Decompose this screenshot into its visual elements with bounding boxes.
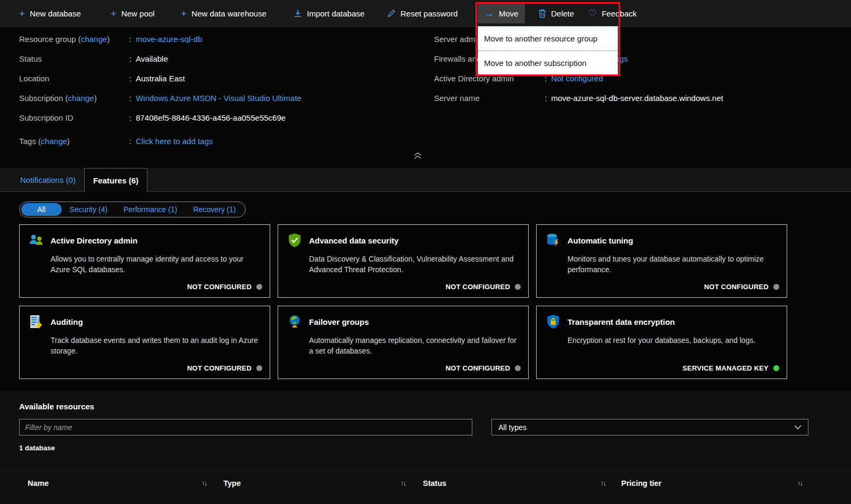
plus-icon: + [19,9,25,19]
database-count: 1 database [19,444,55,452]
available-resources-section: Available resources All types 1 database… [0,391,851,504]
column-header-status[interactable]: Status ↑↓ [423,479,621,488]
property-row-status: Status Available [19,49,429,69]
property-row-server-name: Server name move-azure-sql-db-server.dat… [434,88,851,108]
toolbar-feedback[interactable]: ♡ Feedback [588,0,637,27]
property-label: Subscription ID [19,113,129,122]
feature-cards-grid: Active Directory admin Allows you to cen… [19,224,787,379]
property-row-subscription: Subscription change Windows Azure MSDN -… [19,88,429,108]
filter-pill-performance[interactable]: Performance (1) [115,203,185,216]
card-title: Automatic tuning [568,236,633,245]
property-label: Subscription change [19,94,129,103]
property-row-location: Location Australia East [19,69,429,88]
heart-icon: ♡ [588,9,597,18]
add-tags-link[interactable]: Click here to add tags [136,137,213,146]
column-header-name[interactable]: Name ↑↓ [0,479,223,488]
toolbar-move[interactable]: → Move [478,3,525,23]
column-header-pricing-tier[interactable]: Pricing tier ↑↓ [621,479,851,488]
filter-by-name-input[interactable] [19,419,472,435]
status-dot [515,284,521,290]
toolbar-reset-password[interactable]: Reset password [387,0,458,27]
feature-card-active-directory-admin[interactable]: Active Directory admin Allows you to cen… [19,224,270,298]
property-row-tags: Tags change Click here to add tags [19,131,429,151]
location-value: Australia East [136,74,185,83]
sort-icon: ↑↓ [202,479,207,487]
colon [129,113,131,122]
change-link[interactable]: change [65,94,97,103]
toolbar-label: New pool [121,9,155,18]
column-header-type[interactable]: Type ↑↓ [223,479,423,488]
sort-icon: ↑↓ [600,479,606,487]
card-title: Auditing [51,317,83,326]
colon [129,54,131,63]
sort-icon: ↑↓ [797,479,803,487]
toolbar-new-pool[interactable]: + New pool [111,0,155,27]
property-label: Tags change [19,137,129,146]
colon [129,74,131,83]
card-status-text: NOT CONFIGURED [446,283,510,291]
subscription-id-value: 87408ef5-8846-4336-a456-aa055e55c69e [136,113,286,122]
menu-item-move-subscription[interactable]: Move to another subscription [478,51,618,75]
feature-card-advanced-data-security[interactable]: Advanced data security Data Discovery & … [278,224,529,298]
type-filter-select[interactable]: All types [491,419,808,435]
filter-pill-all[interactable]: All [21,203,62,216]
move-dropdown-menu: Move to another resource group Move to a… [478,26,618,75]
shield-check-icon [287,232,303,248]
status-dot [773,365,779,371]
card-title: Advanced data security [309,236,398,245]
colon [129,35,131,44]
plus-icon: + [181,9,187,19]
card-title: Failover groups [309,317,369,326]
overview-left-column: Resource group change move-azure-sql-db … [19,29,429,151]
card-status-text: NOT CONFIGURED [187,364,252,372]
filter-pill-recovery[interactable]: Recovery (1) [185,203,244,216]
property-label: Resource group change [19,35,129,44]
database-tuning-icon [545,232,561,248]
status-dot [515,365,521,371]
resource-group-link[interactable]: move-azure-sql-db [136,35,202,44]
toolbar-delete[interactable]: Delete [538,0,574,27]
card-description: Monitors and tunes your database automat… [568,254,778,275]
audit-log-icon [28,314,44,330]
tab-notifications[interactable]: Notifications (0) [19,168,84,191]
property-label: Server name [434,94,545,103]
available-resources-heading: Available resources [19,402,94,411]
toolbar-label: Reset password [401,9,458,18]
colon [129,94,131,103]
feature-card-transparent-data-encryption[interactable]: Transparent data encryption Encryption a… [536,306,787,379]
server-name-value: move-azure-sql-db-server.database.window… [551,94,723,103]
card-status-text: NOT CONFIGURED [187,283,252,291]
card-title: Transparent data encryption [568,317,675,326]
toolbar-label: New data warehouse [191,9,266,18]
filter-pill-security[interactable]: Security (4) [62,203,116,216]
feature-card-auditing[interactable]: Auditing Track database events and write… [19,306,270,379]
change-link[interactable]: change [78,35,110,44]
command-bar: + New database + New pool + New data war… [0,0,851,27]
sort-icon: ↑↓ [401,479,406,487]
tab-features[interactable]: Features (6) [84,168,147,192]
menu-item-move-resource-group[interactable]: Move to another resource group [478,27,618,51]
type-filter-value: All types [498,423,527,432]
plus-icon: + [111,9,116,19]
pencil-icon [387,9,396,18]
status-dot [256,284,262,290]
card-description: Data Discovery & Classification, Vulnera… [309,254,520,275]
subscription-link[interactable]: Windows Azure MSDN - Visual Studio Ultim… [136,94,302,103]
resources-table-header: Name ↑↓ Type ↑↓ Status ↑↓ Pricing tier ↑… [0,471,851,495]
card-status-text: NOT CONFIGURED [446,364,510,372]
card-description: Track database events and writes them to… [51,335,261,356]
change-link[interactable]: change [38,137,70,146]
import-icon [294,9,302,18]
property-label: Location [19,74,129,83]
property-row-subscription-id: Subscription ID 87408ef5-8846-4336-a456-… [19,108,429,128]
card-status-text: NOT CONFIGURED [704,283,769,291]
shield-lock-icon [545,314,561,330]
feature-card-failover-groups[interactable]: Failover groups Automatically manages re… [278,306,529,379]
toolbar-label: New database [30,9,81,18]
toolbar-import-database[interactable]: Import database [294,0,364,27]
collapse-overview-chevron[interactable] [0,152,835,159]
toolbar-new-data-warehouse[interactable]: + New data warehouse [181,0,266,27]
card-status-text: SERVICE MANAGED KEY [682,364,769,372]
toolbar-new-database[interactable]: + New database [19,0,81,27]
feature-card-automatic-tuning[interactable]: Automatic tuning Monitors and tunes your… [536,224,787,298]
